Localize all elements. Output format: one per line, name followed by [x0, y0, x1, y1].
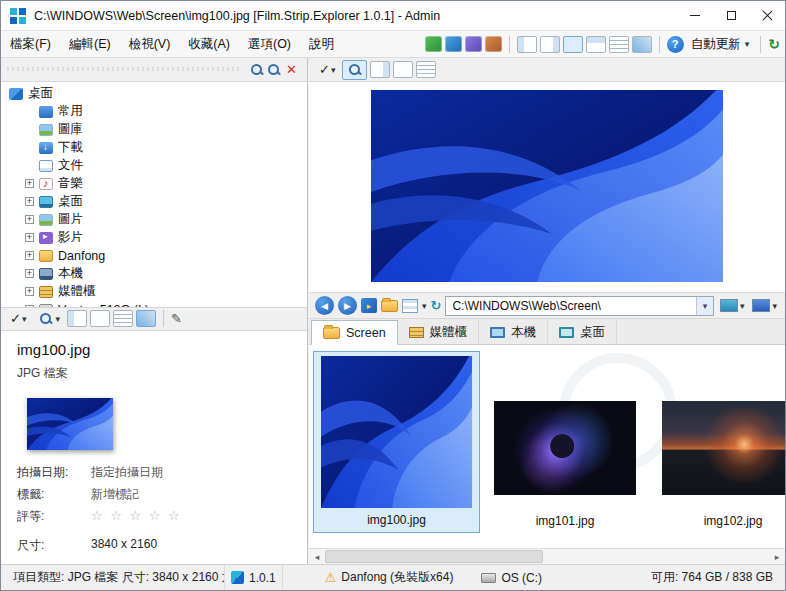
expander-icon[interactable]: +: [25, 251, 34, 260]
panel-grip[interactable]: [7, 67, 240, 71]
library-icon: [39, 286, 53, 298]
forward-button[interactable]: ▶: [338, 296, 357, 315]
zoom-tool-button[interactable]: [342, 60, 367, 80]
address-dropdown-icon[interactable]: ▾: [696, 297, 713, 315]
horizontal-scrollbar[interactable]: ◂ ▸: [309, 548, 785, 564]
tab-this-pc[interactable]: 本機: [479, 320, 548, 344]
up-folder-icon[interactable]: [381, 300, 398, 312]
expander-icon[interactable]: +: [25, 179, 34, 188]
expander-icon[interactable]: +: [25, 215, 34, 224]
auto-update-dropdown[interactable]: 自動更新 ▾: [687, 34, 754, 55]
toggle-info-panel-icon[interactable]: [540, 36, 560, 53]
layout-list-icon[interactable]: [416, 61, 436, 78]
tree-item-ventoy[interactable]: + Ventoy 512G (I:): [1, 301, 307, 308]
tree-item-music[interactable]: + 音樂: [1, 175, 307, 193]
thumbnail-img100[interactable]: [321, 356, 472, 508]
help-icon[interactable]: ?: [667, 36, 684, 53]
filmstrip-item-selected[interactable]: img100.jpg: [313, 351, 480, 533]
tree-item-videos[interactable]: + 影片: [1, 229, 307, 247]
tab-screen[interactable]: Screen: [311, 320, 398, 345]
menu-help[interactable]: 說明: [300, 32, 343, 57]
expander-icon[interactable]: +: [25, 269, 34, 278]
scrollbar-track[interactable]: [325, 549, 769, 564]
refresh-icon[interactable]: ↻: [431, 298, 442, 313]
sort-dropdown[interactable]: ▾: [750, 297, 779, 314]
tree-item-gallery[interactable]: 圖庫: [1, 121, 307, 139]
file-thumbnail[interactable]: [27, 398, 113, 450]
expander-icon[interactable]: +: [25, 287, 34, 296]
date-taken-value[interactable]: 指定拍攝日期: [91, 464, 163, 481]
tab-desktop[interactable]: 桌面: [548, 320, 617, 344]
view-thumbnails-icon[interactable]: [425, 36, 442, 52]
tree-item-documents[interactable]: 文件: [1, 157, 307, 175]
chevron-down-icon: ▾: [745, 39, 750, 49]
filter-dropdown[interactable]: ▾: [718, 297, 747, 314]
tags-value[interactable]: 新增標記: [91, 486, 139, 503]
sort-icon: [752, 299, 770, 312]
menu-view[interactable]: 檢視(V): [120, 32, 180, 57]
toggle-tabs-icon[interactable]: [632, 36, 652, 53]
home-icon: [39, 106, 53, 118]
tree-item-this-pc[interactable]: + 本機: [1, 265, 307, 283]
info-layout-blank-icon[interactable]: [90, 310, 110, 327]
slideshow-icon[interactable]: ▸: [361, 298, 377, 313]
tree-root-desktop[interactable]: 桌面: [1, 85, 307, 103]
app-mini-icon: [231, 571, 244, 584]
tree-item-desktop[interactable]: + 桌面: [1, 193, 307, 211]
info-layout-left-icon[interactable]: [67, 310, 87, 327]
search-tree-icon[interactable]: [248, 61, 265, 78]
tree-item-downloads[interactable]: 下載: [1, 139, 307, 157]
thumbnail-img101[interactable]: [494, 401, 636, 495]
menu-favorites[interactable]: 收藏(A): [179, 32, 239, 57]
tree-item-pictures[interactable]: + 圖片: [1, 211, 307, 229]
toggle-filmstrip-panel-icon[interactable]: [586, 36, 606, 53]
rating-stars[interactable]: ☆ ☆ ☆ ☆ ☆: [91, 508, 182, 525]
select-tool-button[interactable]: ✓ ▾: [6, 309, 30, 329]
computer-icon: [490, 327, 505, 338]
tree-item-danfong[interactable]: + Danfong: [1, 247, 307, 265]
thumbnail-img102[interactable]: [662, 401, 785, 495]
view-list-icon[interactable]: [465, 36, 482, 52]
filter-icon: [720, 299, 738, 312]
update-check-icon[interactable]: ↻: [768, 37, 780, 51]
tree-item-libraries[interactable]: + 媒體櫃: [1, 283, 307, 301]
close-button[interactable]: [749, 1, 785, 31]
scroll-right-icon[interactable]: ▸: [769, 552, 785, 562]
close-panel-icon[interactable]: ✕: [282, 62, 301, 77]
tab-libraries[interactable]: 媒體櫃: [398, 320, 480, 344]
locate-folder-icon[interactable]: [265, 61, 282, 78]
expander-icon[interactable]: +: [25, 197, 34, 206]
menu-options[interactable]: 選項(O): [239, 32, 300, 57]
file-name: img100.jpg: [17, 341, 291, 358]
filmstrip-item[interactable]: img101.jpg: [485, 351, 645, 533]
maximize-button[interactable]: [713, 1, 749, 31]
warning-icon: ⚠: [325, 570, 337, 585]
folder-tabs: Screen 媒體櫃 本機 桌面: [309, 319, 785, 345]
toggle-tree-panel-icon[interactable]: [517, 36, 537, 53]
expander-icon[interactable]: +: [25, 233, 34, 242]
layout-filmstrip-icon[interactable]: [370, 61, 390, 78]
toggle-preview-panel-icon[interactable]: [563, 36, 583, 53]
address-combo[interactable]: C:\WINDOWS\Web\Screen\ ▾: [445, 296, 714, 316]
edit-metadata-icon[interactable]: ✎: [171, 311, 182, 326]
scrollbar-thumb[interactable]: [325, 550, 543, 563]
toggle-addressbar-icon[interactable]: [609, 36, 629, 53]
field-rating: 評等: ☆ ☆ ☆ ☆ ☆: [17, 508, 291, 525]
view-filmstrip-icon[interactable]: [445, 36, 462, 52]
zoom-tool-button[interactable]: ▾: [33, 309, 64, 329]
info-layout-list-icon[interactable]: [113, 310, 133, 327]
select-tool-button[interactable]: ✓ ▾: [315, 60, 339, 80]
view-details-icon[interactable]: [485, 36, 502, 52]
app-icon[interactable]: [10, 8, 26, 24]
chevron-down-icon[interactable]: ▾: [422, 301, 427, 311]
back-button[interactable]: ◀: [315, 296, 334, 315]
menu-edit[interactable]: 編輯(E): [60, 32, 120, 57]
layout-blank-icon[interactable]: [393, 61, 413, 78]
info-layout-image-icon[interactable]: [136, 310, 156, 327]
filmstrip-item[interactable]: img102.jpg: [653, 351, 785, 533]
menu-file[interactable]: 檔案(F): [1, 32, 60, 57]
view-mode-icon[interactable]: [402, 299, 418, 313]
tree-item-home[interactable]: 常用: [1, 103, 307, 121]
scroll-left-icon[interactable]: ◂: [309, 552, 325, 562]
minimize-button[interactable]: [677, 1, 713, 31]
